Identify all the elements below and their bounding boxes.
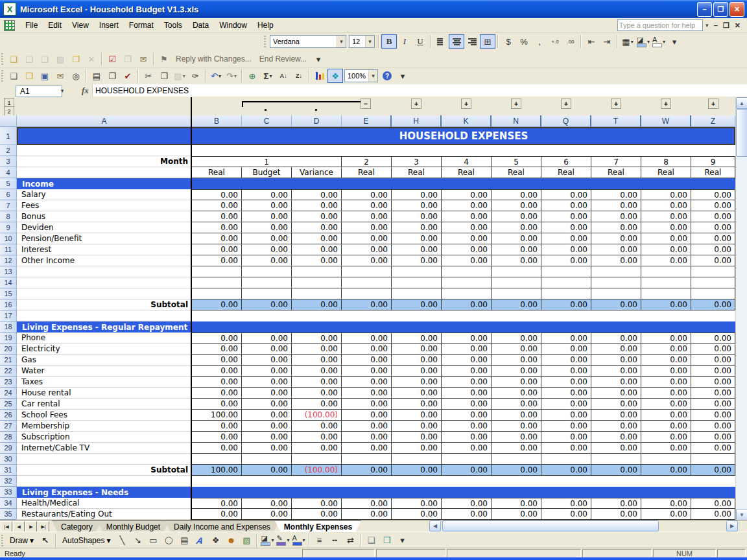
cell-value[interactable]: 0.00	[342, 255, 392, 266]
cell-value[interactable]: 0.00	[641, 399, 691, 410]
toolbar-options-icon[interactable]: ▾	[395, 533, 410, 548]
cell-label[interactable]: Membership	[17, 421, 192, 432]
cell[interactable]	[492, 288, 541, 299]
cell[interactable]	[392, 266, 442, 277]
cell-value[interactable]: 0.00	[492, 255, 541, 266]
cell-value[interactable]: 0.00	[442, 465, 492, 476]
sheet-tab-monthly-budget[interactable]: Monthly Budget	[97, 520, 169, 532]
cell[interactable]	[541, 266, 591, 277]
cell-value[interactable]: 0.00	[541, 509, 591, 520]
cell[interactable]	[242, 454, 292, 465]
row-header-6[interactable]: 6	[0, 189, 17, 200]
sheet-tab-daily-income-and-expenses[interactable]: Daily Income and Expenses	[165, 520, 279, 532]
cell-value[interactable]: 0.00	[192, 432, 242, 443]
cell[interactable]	[292, 277, 342, 288]
formula-input[interactable]: HOUSEHOLD EXPENSES	[92, 84, 747, 97]
bold-icon[interactable]: B	[381, 34, 397, 49]
cell-value[interactable]: 0.00	[641, 465, 691, 476]
cell-value[interactable]: 0.00	[591, 498, 641, 509]
cell-value[interactable]: 0.00	[641, 377, 691, 388]
row-header-34[interactable]: 34	[0, 498, 17, 509]
cell-value[interactable]: 0.00	[192, 355, 242, 366]
cell-value[interactable]: 0.00	[342, 299, 392, 310]
email-icon[interactable]: ✉	[53, 69, 68, 83]
cell-label[interactable]: Restaurants/Eating Out	[17, 509, 192, 520]
row-header-21[interactable]: 21	[0, 355, 17, 366]
cell-value[interactable]: 0.00	[392, 211, 442, 222]
cell-value[interactable]: 0.00	[442, 244, 492, 255]
undo-icon[interactable]: ↶▾	[208, 69, 224, 83]
cell-value[interactable]: 0.00	[392, 255, 442, 266]
cell[interactable]	[492, 454, 541, 465]
fill-color-icon[interactable]: ◪▾	[635, 34, 651, 49]
expand-group-button[interactable]: +	[611, 99, 621, 109]
cell-value[interactable]: 0.00	[691, 200, 735, 211]
cell-value[interactable]: 0.00	[541, 233, 591, 244]
cell-value[interactable]: 0.00	[691, 432, 735, 443]
cell-value[interactable]: 0.00	[242, 388, 292, 399]
align-right-icon[interactable]	[464, 34, 480, 49]
cell-value[interactable]: 0.00	[442, 211, 492, 222]
cell-value[interactable]: 0.00	[691, 233, 735, 244]
expand-group-button[interactable]: +	[661, 99, 671, 109]
cell-value[interactable]: 0.00	[392, 355, 442, 366]
cell-value[interactable]: 0.00	[442, 332, 492, 344]
cell-label[interactable]: Electricity	[17, 344, 192, 355]
cell-value-header[interactable]: Real	[342, 167, 392, 178]
row-header-31[interactable]: 31	[0, 465, 17, 476]
cell-value[interactable]: 0.00	[192, 200, 242, 211]
cell-value[interactable]: 0.00	[342, 244, 392, 255]
cell-value[interactable]: 0.00	[392, 432, 442, 443]
cell[interactable]	[591, 266, 641, 277]
row-header-3[interactable]: 3	[0, 156, 17, 167]
cell-value[interactable]: 0.00	[342, 432, 392, 443]
cell-value[interactable]: 0.00	[442, 255, 492, 266]
cell-value[interactable]: 0.00	[442, 222, 492, 233]
cell-label[interactable]: Taxes	[17, 377, 192, 388]
text-box-icon[interactable]: ▤	[176, 533, 192, 548]
menu-insert[interactable]: Insert	[94, 19, 124, 32]
cell-value[interactable]: 0.00	[192, 399, 242, 410]
cell-value[interactable]: 0.00	[442, 432, 492, 443]
show-hide-comment-icon[interactable]: ▨	[53, 52, 68, 66]
cell-value[interactable]: 0.00	[292, 355, 342, 366]
comma-style-icon[interactable]: ,	[532, 34, 547, 49]
cell-value[interactable]: 0.00	[541, 244, 591, 255]
cell-value[interactable]: 0.00	[492, 200, 541, 211]
cell[interactable]	[192, 277, 242, 288]
select-all-corner[interactable]	[0, 115, 17, 127]
expand-group-button[interactable]: +	[561, 99, 571, 109]
cell-value[interactable]: 0.00	[342, 421, 392, 432]
toolbar-grip[interactable]	[1, 70, 3, 82]
cell[interactable]	[442, 277, 492, 288]
select-objects-icon[interactable]: ↖	[38, 533, 53, 548]
cell-value[interactable]: 0.00	[342, 388, 392, 399]
merge-center-icon[interactable]: ⊞	[480, 34, 495, 49]
expand-group-button[interactable]: +	[511, 99, 521, 109]
cell-value[interactable]: 0.00	[392, 421, 442, 432]
cell-label[interactable]: Phone	[17, 332, 192, 344]
edit-comment-icon[interactable]: ❑	[6, 52, 21, 66]
cell-value[interactable]: 0.00	[591, 366, 641, 377]
cell-value[interactable]: 0.00	[641, 355, 691, 366]
cell-value[interactable]: 0.00	[641, 344, 691, 355]
chevron-down-icon[interactable]: ▾	[271, 537, 274, 543]
cell-value[interactable]: 0.00	[442, 509, 492, 520]
cell-value[interactable]: 0.00	[691, 410, 735, 421]
cell-value[interactable]: 0.00	[492, 233, 541, 244]
select-changes-icon[interactable]: ❐	[120, 52, 136, 66]
fill-color-icon[interactable]: ◪▾	[259, 533, 275, 548]
cell-value[interactable]: 0.00	[242, 432, 292, 443]
cell-value[interactable]: 0.00	[641, 443, 691, 454]
cell-value[interactable]: 0.00	[492, 366, 541, 377]
paste-icon[interactable]: ▨▾	[172, 69, 187, 83]
cell-value[interactable]: 0.00	[591, 211, 641, 222]
cell-value[interactable]: 0.00	[192, 233, 242, 244]
cell-value[interactable]: 0.00	[541, 399, 591, 410]
row-header-7[interactable]: 7	[0, 200, 17, 211]
cell-value[interactable]: 0.00	[292, 509, 342, 520]
menu-file[interactable]: File	[20, 19, 43, 32]
end-review-button[interactable]: End Review...	[255, 54, 311, 64]
cell-label[interactable]: Health/Medical	[17, 498, 192, 509]
row-header-35[interactable]: 35	[0, 509, 17, 520]
